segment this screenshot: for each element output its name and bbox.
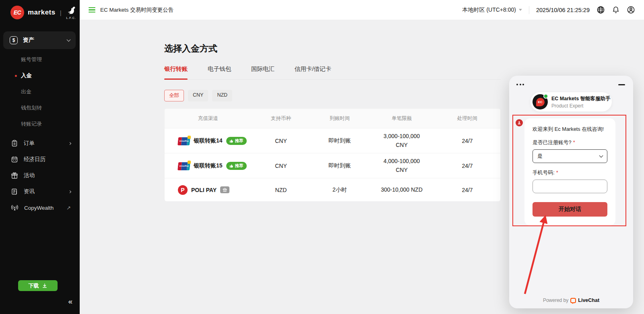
agent-avatar: EC [533, 94, 548, 109]
agent-mini-avatar [516, 119, 523, 126]
cell-limit: 300-10,000 NZD [369, 186, 434, 194]
sidebar-item-account-management[interactable]: 账号管理 [0, 52, 80, 68]
required-asterisk: * [556, 169, 558, 176]
sidebar-item-orders[interactable]: 订单 [0, 135, 80, 151]
datetime-display: 2025/10/06 21:25:29 [536, 7, 590, 13]
sidebar-item-promotions[interactable]: 活动 [0, 167, 80, 184]
sidebar-item-transfer-records[interactable]: 转账记录 [0, 116, 80, 132]
timezone-selector[interactable]: 本地时区 (UTC+8:00) [462, 6, 522, 14]
gift-icon [11, 172, 18, 179]
required-asterisk: * [573, 139, 575, 145]
filter-cny[interactable]: CNY [188, 90, 208, 101]
assets-dollar-icon: $ [10, 36, 18, 44]
logo-corner-badge [188, 136, 191, 139]
lfc-logo: L.F.C. [66, 6, 76, 19]
top-header: EC Markets 交易时间变更公告 本地时区 (UTC+8:00) 2025… [80, 0, 644, 20]
logo-corner-badge [188, 161, 191, 164]
sidebar-item-copywealth[interactable]: CopyWealth ↗ [0, 200, 80, 216]
tab-bank-transfer[interactable]: 银行转账 [164, 65, 188, 79]
table-row[interactable]: UnionPay 银联转账14 推荐 CNY 即时到账 3,000-100,00… [165, 128, 500, 153]
table-header-row: 充值渠道 支持币种 到账时间 单笔限额 处理时间 [165, 109, 500, 128]
col-header-processing: 处理时间 [434, 115, 500, 122]
chat-menu-icon[interactable] [515, 82, 526, 87]
sidebar-item-label: 经济日历 [24, 156, 45, 163]
sub-item-label: 入金 [21, 72, 32, 79]
chevron-right-icon [68, 142, 71, 145]
logo-separator: | [60, 9, 62, 16]
broadcast-icon [11, 204, 19, 211]
cell-processing: 24/7 [434, 138, 500, 144]
sidebar-item-economic-calendar[interactable]: 经济日历 [0, 151, 80, 167]
powered-by-label: Powered by [543, 297, 568, 303]
cell-arrival: 即时到账 [310, 162, 369, 169]
page-title: 选择入金方式 [164, 43, 501, 55]
tab-credit-debit-card[interactable]: 信用卡/借记卡 [295, 65, 331, 79]
livechat-logo-icon [570, 298, 576, 303]
select-value: 是 [537, 153, 543, 160]
livechat-widget: EC EC Markets 智能客服助手 Product Expert 欢迎来到… [509, 76, 633, 308]
active-dot [15, 75, 17, 77]
cell-processing: 24/7 [434, 187, 500, 193]
language-globe-icon[interactable] [597, 6, 605, 14]
person-icon [517, 121, 521, 125]
sidebar-item-withdraw[interactable]: 出金 [0, 84, 80, 100]
agent-role: Product Expert [551, 103, 611, 109]
menu-icon[interactable] [89, 7, 95, 13]
filter-all[interactable]: 全部 [164, 90, 184, 101]
download-icon [42, 283, 47, 289]
deposit-channels-table: 充值渠道 支持币种 到账时间 单笔限额 处理时间 UnionPay 银联转账14… [164, 108, 501, 202]
col-header-channel: 充值渠道 [165, 115, 252, 122]
phone-number-label: 手机号码:* [533, 169, 607, 176]
sidebar-item-label: 活动 [24, 172, 35, 179]
sidebar-item-assets[interactable]: $ 资产 [3, 31, 76, 49]
sidebar: EC markets | L.F.C. $ 资产 账号管理 入金 出金 钱包划转… [0, 0, 80, 314]
thumbs-up-icon [229, 164, 233, 168]
announcement-link[interactable]: EC Markets 交易时间变更公告 [100, 6, 173, 14]
agent-card: EC EC Markets 智能客服助手 Product Expert [530, 92, 612, 112]
unionpay-logo-icon: UnionPay [178, 161, 190, 170]
col-header-currency: 支持币种 [252, 115, 310, 122]
sub-item-label: 出金 [21, 88, 31, 95]
registered-select[interactable]: 是 [533, 149, 607, 163]
tab-international-wire[interactable]: 国际电汇 [251, 65, 275, 79]
table-row[interactable]: UnionPay 银联转账15 推荐 CNY 即时到账 4,000-100,00… [165, 153, 500, 178]
cell-limit: 4,000-100,000CNY [369, 157, 434, 174]
tab-e-wallet[interactable]: 电子钱包 [208, 65, 231, 79]
cell-arrival: 即时到账 [310, 137, 369, 145]
chevron-right-icon [68, 190, 71, 193]
bank-icon [223, 188, 227, 192]
question-registered-label: 是否已注册账号?* [533, 139, 607, 146]
download-label: 下载 [29, 282, 39, 289]
notifications-bell-icon[interactable] [612, 6, 620, 14]
account-user-icon[interactable] [627, 6, 635, 14]
download-button[interactable]: 下载 [18, 280, 58, 291]
cell-currency: NZD [252, 187, 310, 193]
thumbs-up-icon [229, 139, 233, 143]
channel-name: POLI PAY [191, 187, 217, 193]
sidebar-item-deposit[interactable]: 入金 [0, 68, 80, 84]
bank-badge [220, 186, 229, 193]
sidebar-item-wallet-transfer[interactable]: 钱包划转 [0, 100, 80, 116]
online-status-dot [543, 94, 548, 99]
poli-logo-icon: P [178, 185, 188, 195]
calendar-icon [11, 156, 18, 163]
phone-number-input[interactable] [533, 180, 607, 193]
assets-submenu: 账号管理 入金 出金 钱包划转 转账记录 [0, 52, 80, 132]
recommended-badge: 推荐 [226, 137, 247, 145]
start-chat-button[interactable]: 开始对话 [533, 202, 607, 217]
table-row[interactable]: P POLI PAY NZD 2小时 300-10,000 NZD 24/7 [165, 178, 500, 201]
chat-minimize-icon[interactable] [618, 84, 625, 85]
livechat-brand[interactable]: LiveChat [578, 297, 599, 303]
filter-nzd[interactable]: NZD [212, 90, 232, 101]
channel-name: 银联转账15 [194, 162, 223, 169]
currency-filters: 全部 CNY NZD [164, 90, 501, 101]
timezone-label: 本地时区 (UTC+8:00) [462, 6, 516, 14]
chat-message-area: 欢迎来到 Ec Markets 在线咨询! 是否已注册账号?* 是 手机号码:*… [509, 118, 633, 225]
collapse-sidebar-icon[interactable]: « [68, 297, 72, 305]
liver-bird-icon [66, 6, 76, 16]
clipboard-icon [11, 140, 18, 147]
ec-avatar-icon: EC [536, 98, 545, 106]
cell-processing: 24/7 [434, 163, 500, 169]
sidebar-item-news[interactable]: 资讯 [0, 184, 80, 200]
pre-chat-form: 欢迎来到 Ec Markets 在线咨询! 是否已注册账号?* 是 手机号码:*… [524, 118, 615, 225]
